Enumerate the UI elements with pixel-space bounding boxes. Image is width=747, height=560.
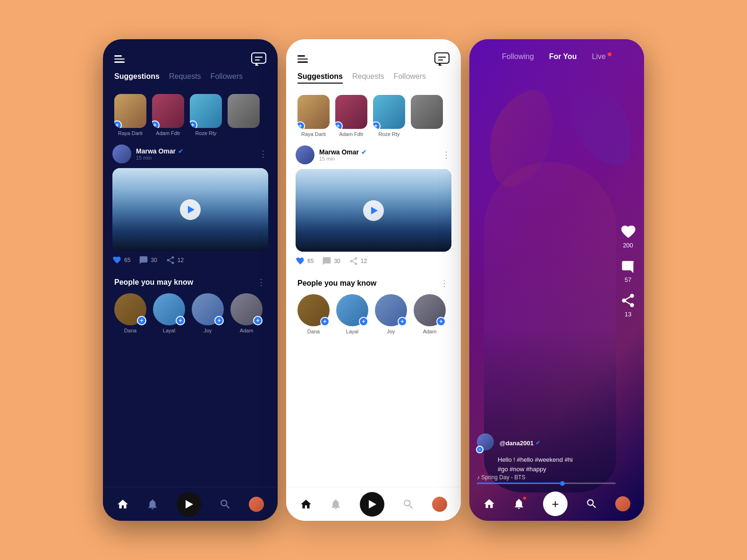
dark-more-dots[interactable]: ⋮ [259,149,268,159]
suggestion-adam-light[interactable]: + Adam Fdtr [335,95,367,137]
dark-post-user-info: Marwa Omar ✔ 15 min [136,147,183,161]
light-post-image[interactable] [296,169,451,252]
suggestion-raya-dark[interactable]: + Raya Darti [114,94,146,136]
person-joy-dark[interactable]: + Joy [192,293,224,333]
live-dot [608,52,611,56]
dark-nav-home[interactable] [117,498,129,510]
light-bottom-nav [286,487,461,521]
light-nav-home[interactable] [300,498,312,510]
dark-people-section-header: People you may know ⋮ [103,271,278,293]
light-nav-notifications[interactable] [330,498,342,510]
person-add-dana-light[interactable]: + [320,317,330,326]
suggestion-roze-light[interactable]: + Roze Rty [373,95,405,137]
video-comment-user: @dana2001 ✔ [477,433,616,452]
person-adam-light[interactable]: + Adam [414,294,446,334]
video-header: Following For You Live [469,52,644,61]
dark-suggestions-row: + Raya Darti + Adam Fdtr + Roze Rty [103,89,278,144]
video-nav-notifications[interactable] [513,498,525,510]
person-add-layal-dark[interactable]: + [176,316,185,325]
video-nav-home[interactable] [483,498,495,510]
video-nav-search[interactable] [586,498,598,510]
add-adam-dark[interactable]: + [152,120,160,128]
dark-nav-profile[interactable] [249,497,264,512]
person-joy-light[interactable]: + Joy [375,294,407,334]
person-avatar-adam-light: + [414,294,446,326]
person-layal-light[interactable]: + Layal [336,294,368,334]
light-tabs: Suggestions Requests Followers [286,72,461,90]
light-nav-profile[interactable] [432,497,447,512]
suggestion-roze-dark[interactable]: + Roze Rty [190,94,222,136]
tab-suggestions-dark[interactable]: Suggestions [114,72,160,83]
person-name-adam-light: Adam [423,329,437,334]
light-like-action[interactable]: 65 [296,256,314,266]
light-people-section-title: People you may know [297,279,376,288]
light-more-dots[interactable]: ⋮ [442,150,451,160]
dark-nav-search[interactable] [219,498,231,510]
person-add-joy-dark[interactable]: + [214,316,224,325]
dark-like-action[interactable]: 65 [112,255,130,265]
person-layal-dark[interactable]: + Layal [153,293,185,333]
suggestion-fourth-light[interactable] [411,95,443,137]
dark-people-more-dots[interactable]: ⋮ [257,277,266,288]
tab-suggestions-light[interactable]: Suggestions [297,72,343,84]
person-add-joy-light[interactable]: + [398,317,407,326]
video-nav-plus[interactable]: + [543,492,568,516]
person-dana-light[interactable]: + Dana [297,294,330,334]
video-comment-action[interactable]: 57 [620,257,637,283]
tab-requests-light[interactable]: Requests [352,72,384,84]
chat-icon-light[interactable] [434,52,450,66]
video-share-action[interactable]: 13 [620,292,637,318]
add-roze-light[interactable]: + [373,121,381,129]
menu-icon-light[interactable] [297,55,308,63]
video-like-action[interactable]: 200 [620,223,637,249]
suggestion-name-adam-dark: Adam Fdtr [156,130,180,136]
dark-share-count: 12 [178,257,184,263]
add-raya-dark[interactable]: + [114,120,122,128]
person-add-adam-dark[interactable]: + [253,316,263,325]
light-post-header: Marwa Omar ✔ 15 min ⋮ [296,145,451,164]
chat-icon[interactable] [251,52,266,66]
person-add-adam-light[interactable]: + [436,317,446,326]
tab-requests-dark[interactable]: Requests [169,72,201,83]
video-tab-foryou[interactable]: For You [549,52,577,61]
dark-nav-notifications[interactable] [146,498,159,510]
video-nav-profile[interactable] [615,496,630,511]
person-name-joy-light: Joy [387,329,395,334]
svg-rect-3 [435,53,449,63]
video-tab-following[interactable]: Following [502,52,534,61]
light-play-button[interactable] [363,200,384,221]
person-add-layal-light[interactable]: + [359,317,368,326]
suggestion-fourth-dark[interactable] [228,94,260,136]
add-raya-light[interactable]: + [297,121,305,129]
suggestion-avatar-adam-light: + [335,95,367,129]
dark-post-image[interactable] [112,168,268,251]
suggestion-name-adam-light: Adam Fdtr [339,131,363,137]
video-music-progress[interactable] [477,483,616,484]
person-dana-dark[interactable]: + Dana [114,293,146,333]
light-comment-action[interactable]: 30 [322,256,340,266]
light-share-action[interactable]: 12 [349,256,367,266]
suggestion-avatar-raya-dark: + [114,94,146,128]
person-adam-dark[interactable]: + Adam [230,293,263,333]
dark-play-button[interactable] [180,199,201,220]
tab-followers-dark[interactable]: Followers [211,72,243,83]
dark-nav-play[interactable] [177,492,201,517]
dark-share-action[interactable]: 12 [166,255,184,265]
dark-comment-action[interactable]: 30 [139,255,157,265]
person-avatar-layal-dark: + [153,293,185,325]
tab-followers-light[interactable]: Followers [394,72,426,84]
light-nav-play[interactable] [360,492,384,517]
add-roze-dark[interactable]: + [190,120,197,128]
suggestion-raya-light[interactable]: + Raya Darti [297,95,330,137]
dark-post-time: 15 min [136,155,183,161]
light-people-more-dots[interactable]: ⋮ [440,278,450,288]
add-adam-light[interactable]: + [335,121,343,129]
light-nav-search[interactable] [402,498,415,510]
video-tab-live[interactable]: Live [592,52,611,61]
light-people-row: + Dana + Layal + Joy [286,294,461,334]
menu-icon[interactable] [114,55,125,63]
video-music-bar: ♪ Spring Day - BTS [477,474,616,484]
video-like-count: 200 [623,242,633,249]
suggestion-adam-dark[interactable]: + Adam Fdtr [152,94,184,136]
person-add-dana-dark[interactable]: + [137,316,146,325]
